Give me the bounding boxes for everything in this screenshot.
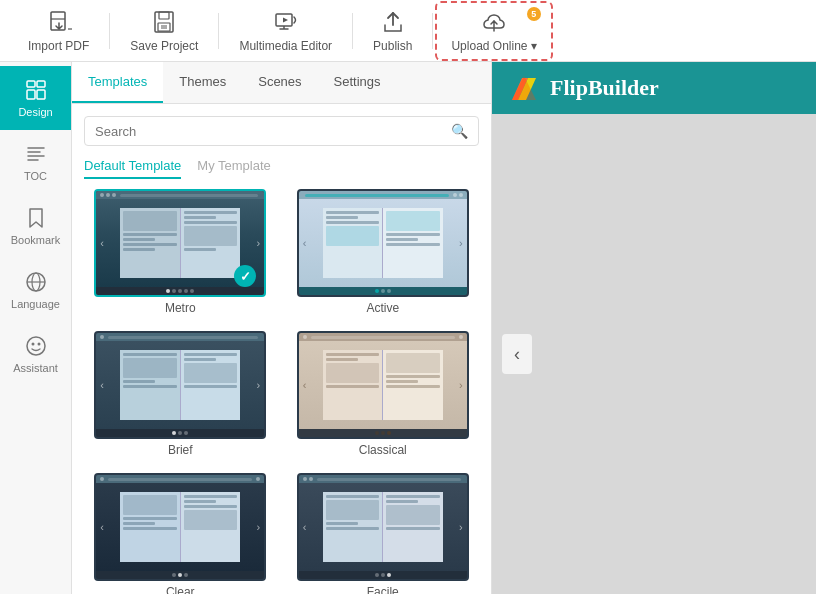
toc-label: TOC [24,170,47,182]
upload-online-icon [481,9,507,35]
main-layout: Design TOC Bookmark Language [0,62,816,594]
bookmark-label: Bookmark [11,234,61,246]
default-template-tab[interactable]: Default Template [84,154,181,179]
template-item-classical[interactable]: ‹ [287,331,480,463]
tab-templates[interactable]: Templates [72,62,163,103]
import-pdf-icon [46,9,72,35]
assistant-label: Assistant [13,362,58,374]
svg-point-23 [37,343,40,346]
svg-rect-12 [27,90,35,99]
template-item-metro[interactable]: ‹ [84,189,277,321]
divider-2 [218,13,219,49]
bookmark-icon [24,206,48,230]
sidebar-item-bookmark[interactable]: Bookmark [0,194,71,258]
multimedia-editor-label: Multimedia Editor [239,39,332,53]
svg-rect-13 [37,90,45,99]
multimedia-editor-button[interactable]: Multimedia Editor [221,1,350,61]
save-project-button[interactable]: Save Project [112,1,216,61]
divider-1 [109,13,110,49]
svg-rect-3 [159,12,169,19]
upload-online-button[interactable]: 5 Upload Online ▾ [435,1,552,61]
save-project-label: Save Project [130,39,198,53]
template-item-facile[interactable]: ‹ [287,473,480,594]
divider-4 [432,13,433,49]
panel-tabs: Templates Themes Scenes Settings [72,62,491,104]
svg-rect-10 [27,81,35,87]
search-icon: 🔍 [451,123,468,139]
multimedia-editor-icon [273,9,299,35]
preview-content: ‹ [492,114,816,594]
preview-title: FlipBuilder [550,75,659,101]
template-thumb-facile: ‹ [297,473,469,581]
design-icon [24,78,48,102]
import-pdf-label: Import PDF [28,39,89,53]
sidebar-item-design[interactable]: Design [0,66,71,130]
upload-online-label: Upload Online ▾ [451,39,536,53]
template-metro-label: Metro [165,301,196,315]
template-facile-label: Facile [367,585,399,594]
search-bar: 🔍 [84,116,479,146]
template-thumb-metro: ‹ [94,189,266,297]
language-label: Language [11,298,60,310]
import-pdf-button[interactable]: Import PDF [10,1,107,61]
tab-themes[interactable]: Themes [163,62,242,103]
template-active-label: Active [366,301,399,315]
flipbuilder-logo-icon [508,72,540,104]
template-item-brief[interactable]: ‹ [84,331,277,463]
sidebar-item-toc[interactable]: TOC [0,130,71,194]
svg-rect-11 [37,81,45,87]
template-item-active[interactable]: ‹ [287,189,480,321]
publish-icon [380,9,406,35]
sidebar-item-language[interactable]: Language [0,258,71,322]
template-classical-label: Classical [359,443,407,457]
my-template-tab[interactable]: My Template [197,154,270,179]
design-label: Design [18,106,52,118]
svg-point-21 [27,337,45,355]
sidebar-item-assistant[interactable]: Assistant [0,322,71,386]
template-type-tabs: Default Template My Template [72,154,491,179]
template-thumb-brief: ‹ [94,331,266,439]
toc-icon [24,142,48,166]
upload-badge: 5 [527,7,541,21]
panel: Templates Themes Scenes Settings 🔍 Defau… [72,62,492,594]
template-grid: ‹ [72,189,491,594]
search-input[interactable] [95,124,451,139]
template-thumb-active: ‹ [297,189,469,297]
assistant-icon [24,334,48,358]
template-brief-label: Brief [168,443,193,457]
svg-point-22 [31,343,34,346]
save-project-icon [151,9,177,35]
preview-header: FlipBuilder [492,62,816,114]
divider-3 [352,13,353,49]
publish-button[interactable]: Publish [355,1,430,61]
template-clear-label: Clear [166,585,195,594]
sidebar: Design TOC Bookmark Language [0,62,72,594]
template-thumb-clear: ‹ [94,473,266,581]
toolbar: Import PDF Save Project Multimedia Edito… [0,0,816,62]
prev-page-button[interactable]: ‹ [502,334,532,374]
template-thumb-classical: ‹ [297,331,469,439]
preview-area: FlipBuilder ‹ [492,62,816,594]
language-icon [24,270,48,294]
publish-label: Publish [373,39,412,53]
tab-scenes[interactable]: Scenes [242,62,317,103]
template-item-clear[interactable]: ‹ [84,473,277,594]
svg-rect-4 [158,23,170,31]
tab-settings[interactable]: Settings [318,62,397,103]
